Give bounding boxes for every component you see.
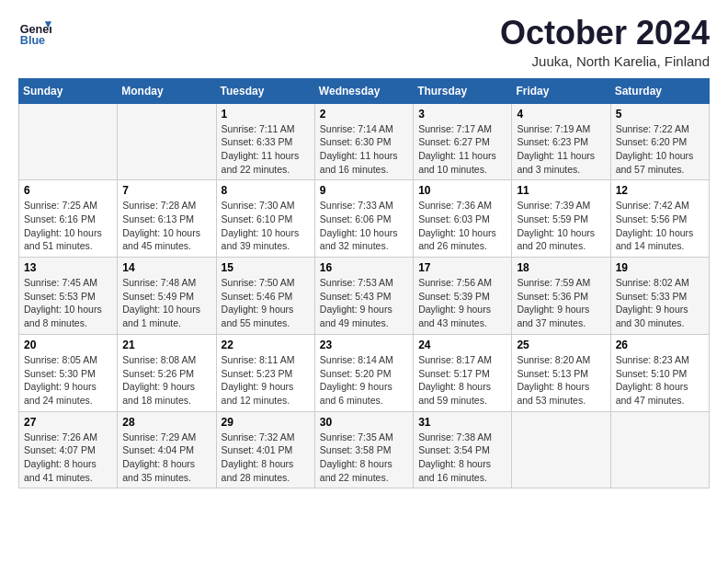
calendar-cell: 27Sunrise: 7:26 AM Sunset: 4:07 PM Dayli… [19, 411, 118, 488]
logo: General Blue [18, 15, 51, 48]
day-detail: Sunrise: 8:17 AM Sunset: 5:17 PM Dayligh… [418, 353, 506, 408]
day-detail: Sunrise: 7:14 AM Sunset: 6:30 PM Dayligh… [320, 122, 408, 177]
calendar-cell: 13Sunrise: 7:45 AM Sunset: 5:53 PM Dayli… [19, 258, 118, 335]
calendar-header: SundayMondayTuesdayWednesdayThursdayFrid… [19, 78, 710, 103]
day-number: 29 [222, 416, 310, 429]
day-detail: Sunrise: 8:11 AM Sunset: 5:23 PM Dayligh… [222, 353, 310, 408]
weekday-header-thursday: Thursday [414, 78, 512, 103]
day-number: 10 [418, 184, 506, 197]
day-number: 4 [517, 108, 605, 121]
day-number: 7 [122, 184, 210, 197]
calendar-subtitle: Juuka, North Karelia, Finland [500, 53, 710, 69]
calendar-cell: 18Sunrise: 7:59 AM Sunset: 5:36 PM Dayli… [512, 258, 610, 335]
day-detail: Sunrise: 7:50 AM Sunset: 5:46 PM Dayligh… [222, 276, 310, 330]
day-number: 31 [418, 416, 506, 429]
calendar-week-3: 13Sunrise: 7:45 AM Sunset: 5:53 PM Dayli… [19, 258, 710, 335]
calendar-table: SundayMondayTuesdayWednesdayThursdayFrid… [18, 78, 710, 489]
calendar-cell [512, 411, 610, 488]
calendar-cell: 3Sunrise: 7:17 AM Sunset: 6:27 PM Daylig… [414, 103, 512, 180]
day-number: 30 [320, 416, 408, 429]
calendar-cell: 7Sunrise: 7:28 AM Sunset: 6:13 PM Daylig… [118, 180, 216, 258]
day-detail: Sunrise: 7:29 AM Sunset: 4:04 PM Dayligh… [122, 431, 210, 485]
day-detail: Sunrise: 8:20 AM Sunset: 5:13 PM Dayligh… [517, 353, 605, 408]
calendar-cell: 1Sunrise: 7:11 AM Sunset: 6:33 PM Daylig… [216, 103, 314, 180]
day-detail: Sunrise: 7:32 AM Sunset: 4:01 PM Dayligh… [222, 431, 310, 485]
day-number: 15 [222, 261, 310, 274]
day-detail: Sunrise: 7:17 AM Sunset: 6:27 PM Dayligh… [418, 122, 506, 177]
calendar-week-1: 1Sunrise: 7:11 AM Sunset: 6:33 PM Daylig… [19, 103, 710, 180]
day-detail: Sunrise: 8:02 AM Sunset: 5:33 PM Dayligh… [616, 276, 704, 330]
day-detail: Sunrise: 7:28 AM Sunset: 6:13 PM Dayligh… [122, 199, 210, 253]
calendar-cell: 17Sunrise: 7:56 AM Sunset: 5:39 PM Dayli… [414, 258, 512, 335]
calendar-cell: 6Sunrise: 7:25 AM Sunset: 6:16 PM Daylig… [19, 180, 118, 258]
calendar-cell: 22Sunrise: 8:11 AM Sunset: 5:23 PM Dayli… [216, 334, 314, 411]
day-detail: Sunrise: 7:33 AM Sunset: 6:06 PM Dayligh… [320, 199, 408, 253]
day-number: 19 [616, 261, 704, 274]
day-detail: Sunrise: 7:39 AM Sunset: 5:59 PM Dayligh… [517, 199, 605, 253]
calendar-cell: 28Sunrise: 7:29 AM Sunset: 4:04 PM Dayli… [118, 411, 216, 488]
weekday-header-row: SundayMondayTuesdayWednesdayThursdayFrid… [19, 78, 710, 103]
page-header: General Blue October 2024 Juuka, North K… [18, 15, 710, 69]
calendar-cell: 21Sunrise: 8:08 AM Sunset: 5:26 PM Dayli… [118, 334, 216, 411]
day-number: 28 [122, 416, 210, 429]
title-block: October 2024 Juuka, North Karelia, Finla… [500, 15, 710, 69]
day-detail: Sunrise: 7:19 AM Sunset: 6:23 PM Dayligh… [517, 122, 605, 177]
calendar-cell: 5Sunrise: 7:22 AM Sunset: 6:20 PM Daylig… [610, 103, 709, 180]
day-detail: Sunrise: 7:25 AM Sunset: 6:16 PM Dayligh… [24, 199, 112, 253]
calendar-cell: 31Sunrise: 7:38 AM Sunset: 3:54 PM Dayli… [414, 411, 512, 488]
day-detail: Sunrise: 7:56 AM Sunset: 5:39 PM Dayligh… [418, 276, 506, 330]
day-number: 3 [418, 108, 506, 121]
calendar-cell: 8Sunrise: 7:30 AM Sunset: 6:10 PM Daylig… [216, 180, 314, 258]
day-number: 26 [616, 339, 704, 351]
day-detail: Sunrise: 7:11 AM Sunset: 6:33 PM Dayligh… [222, 122, 310, 177]
day-number: 24 [418, 339, 506, 351]
day-number: 9 [320, 184, 408, 197]
logo-icon: General Blue [18, 15, 51, 48]
day-number: 1 [222, 108, 310, 121]
day-number: 17 [418, 261, 506, 274]
svg-text:Blue: Blue [20, 34, 45, 47]
day-number: 18 [517, 261, 605, 274]
weekday-header-monday: Monday [118, 78, 216, 103]
calendar-week-5: 27Sunrise: 7:26 AM Sunset: 4:07 PM Dayli… [19, 411, 710, 488]
day-number: 5 [616, 108, 704, 121]
day-detail: Sunrise: 7:42 AM Sunset: 5:56 PM Dayligh… [616, 199, 704, 253]
day-detail: Sunrise: 7:45 AM Sunset: 5:53 PM Dayligh… [24, 276, 112, 330]
day-detail: Sunrise: 7:48 AM Sunset: 5:49 PM Dayligh… [122, 276, 210, 330]
calendar-cell: 25Sunrise: 8:20 AM Sunset: 5:13 PM Dayli… [512, 334, 610, 411]
day-detail: Sunrise: 8:08 AM Sunset: 5:26 PM Dayligh… [122, 353, 210, 408]
day-number: 21 [122, 339, 210, 351]
weekday-header-wednesday: Wednesday [314, 78, 413, 103]
weekday-header-tuesday: Tuesday [216, 78, 314, 103]
calendar-cell: 12Sunrise: 7:42 AM Sunset: 5:56 PM Dayli… [610, 180, 709, 258]
day-detail: Sunrise: 8:14 AM Sunset: 5:20 PM Dayligh… [320, 353, 408, 408]
calendar-cell [118, 103, 216, 180]
calendar-week-4: 20Sunrise: 8:05 AM Sunset: 5:30 PM Dayli… [19, 334, 710, 411]
calendar-week-2: 6Sunrise: 7:25 AM Sunset: 6:16 PM Daylig… [19, 180, 710, 258]
day-number: 11 [517, 184, 605, 197]
day-detail: Sunrise: 7:59 AM Sunset: 5:36 PM Dayligh… [517, 276, 605, 330]
day-number: 27 [24, 416, 112, 429]
calendar-cell [610, 411, 709, 488]
calendar-cell: 14Sunrise: 7:48 AM Sunset: 5:49 PM Dayli… [118, 258, 216, 335]
day-number: 23 [320, 339, 408, 351]
day-number: 16 [320, 261, 408, 274]
weekday-header-sunday: Sunday [19, 78, 118, 103]
calendar-cell: 11Sunrise: 7:39 AM Sunset: 5:59 PM Dayli… [512, 180, 610, 258]
calendar-cell: 19Sunrise: 8:02 AM Sunset: 5:33 PM Dayli… [610, 258, 709, 335]
calendar-cell: 29Sunrise: 7:32 AM Sunset: 4:01 PM Dayli… [216, 411, 314, 488]
calendar-cell: 26Sunrise: 8:23 AM Sunset: 5:10 PM Dayli… [610, 334, 709, 411]
day-detail: Sunrise: 8:23 AM Sunset: 5:10 PM Dayligh… [616, 353, 704, 408]
calendar-cell: 2Sunrise: 7:14 AM Sunset: 6:30 PM Daylig… [314, 103, 413, 180]
calendar-cell: 24Sunrise: 8:17 AM Sunset: 5:17 PM Dayli… [414, 334, 512, 411]
weekday-header-saturday: Saturday [610, 78, 709, 103]
day-detail: Sunrise: 7:53 AM Sunset: 5:43 PM Dayligh… [320, 276, 408, 330]
day-number: 2 [320, 108, 408, 121]
day-detail: Sunrise: 8:05 AM Sunset: 5:30 PM Dayligh… [24, 353, 112, 408]
calendar-body: 1Sunrise: 7:11 AM Sunset: 6:33 PM Daylig… [19, 103, 710, 488]
day-detail: Sunrise: 7:26 AM Sunset: 4:07 PM Dayligh… [24, 431, 112, 485]
day-number: 13 [24, 261, 112, 274]
day-number: 20 [24, 339, 112, 351]
calendar-cell: 4Sunrise: 7:19 AM Sunset: 6:23 PM Daylig… [512, 103, 610, 180]
calendar-cell [19, 103, 118, 180]
